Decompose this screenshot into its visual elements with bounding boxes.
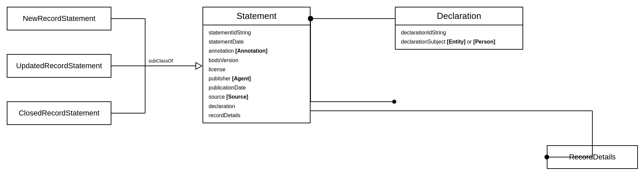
- subclassof-label: subClassOf: [149, 58, 173, 64]
- diagram-svg: subClassOf: [0, 0, 644, 177]
- svg-marker-5: [196, 62, 202, 69]
- composition-dot-declaration-line: [392, 100, 396, 104]
